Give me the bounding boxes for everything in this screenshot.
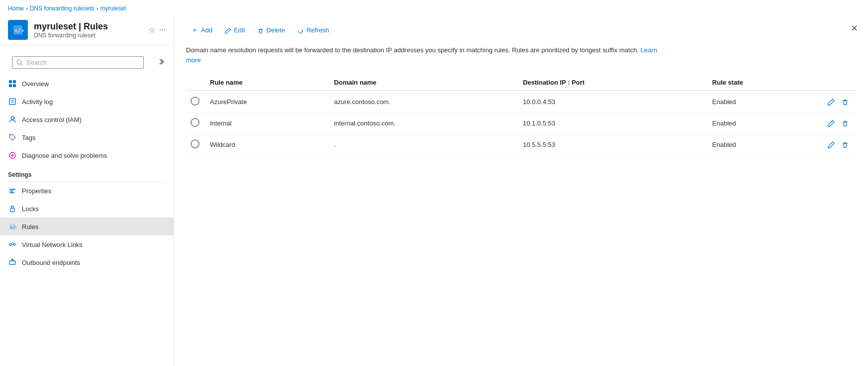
radio-button-1[interactable] (191, 97, 199, 106)
col-header-select (186, 75, 206, 91)
sidebar-label-overview: Overview (22, 80, 49, 88)
resource-title-block: myruleset | Rules DNS forwarding ruleset (34, 21, 142, 39)
svg-point-24 (13, 244, 15, 245)
breadcrumb-dns-forwarding[interactable]: DNS forwarding rulesets (30, 5, 95, 12)
row-actions-2 (816, 113, 856, 134)
sidebar-label-locks: Locks (22, 205, 39, 213)
delete-row-1-button[interactable] (840, 96, 850, 107)
header-actions: ☆ ··· (148, 25, 166, 35)
svg-rect-20 (10, 208, 14, 212)
row-actions-1 (816, 91, 856, 113)
svg-rect-17 (9, 189, 15, 190)
rule-name-3: Wildcard (206, 134, 330, 155)
domain-name-3: . (330, 134, 519, 155)
info-text: Domain name resolution requests will be … (186, 45, 664, 65)
delete-row-3-button[interactable] (840, 139, 850, 150)
sidebar-label-outbound-endpoints: Outbound endpoints (22, 259, 80, 266)
breadcrumb-myruleset[interactable]: myruleset (100, 5, 126, 12)
edit-row-2-button[interactable] (826, 118, 836, 128)
domain-name-1: azure.contoso.com. (330, 91, 519, 113)
sidebar-item-outbound-endpoints[interactable]: Outbound endpoints (0, 253, 174, 271)
sidebar-item-overview[interactable]: Overview (0, 75, 174, 93)
collapse-sidebar-button[interactable] (156, 55, 170, 69)
search-icon (16, 59, 23, 66)
locks-icon (8, 204, 17, 213)
sidebar-label-rules: Rules (22, 223, 38, 231)
edit-label: Edit (234, 26, 245, 34)
col-header-actions (816, 75, 856, 91)
col-header-rule-name: Rule name (206, 75, 330, 91)
row-actions-3 (816, 134, 856, 155)
svg-rect-27 (9, 261, 15, 264)
delete-icon (257, 26, 264, 34)
table-row: AzurePrivate azure.contoso.com. 10.0.0.4… (186, 91, 856, 113)
rule-state-3: Enabled (708, 134, 816, 155)
search-box[interactable] (12, 56, 144, 69)
svg-rect-7 (13, 84, 16, 87)
svg-line-3 (21, 64, 22, 65)
sidebar-item-locks[interactable]: Locks (0, 200, 174, 218)
add-button[interactable]: ＋ Add (186, 23, 217, 37)
table-row: Wildcard . 10.5.5.5:53 Enabled (186, 134, 856, 155)
edit-row-3-button[interactable] (826, 139, 836, 150)
svg-rect-4 (9, 80, 12, 83)
sidebar-label-properties: Properties (22, 187, 51, 195)
sidebar: </> myruleset | Rules DNS forwarding rul… (0, 15, 174, 366)
dest-ip-3: 10.5.5.5:53 (519, 134, 708, 155)
overview-icon (8, 79, 17, 88)
sidebar-item-rules[interactable]: </> Rules (0, 218, 174, 236)
row-radio-2[interactable] (186, 113, 206, 134)
delete-button[interactable]: Delete (252, 23, 290, 37)
sidebar-item-properties[interactable]: Properties (0, 182, 174, 200)
toolbar: ＋ Add Edit Delet (186, 23, 856, 37)
sidebar-item-vnet-links[interactable]: Virtual Network Links (0, 236, 174, 253)
refresh-button[interactable]: Refresh (292, 23, 334, 37)
add-icon: ＋ (191, 25, 198, 35)
radio-button-3[interactable] (191, 139, 199, 148)
close-button[interactable]: ✕ (849, 21, 860, 36)
sidebar-item-diagnose[interactable]: Diagnose and solve problems (0, 146, 174, 164)
col-header-rule-state: Rule state (708, 75, 816, 91)
favorite-star-icon[interactable]: ☆ (148, 25, 155, 35)
svg-rect-31 (844, 101, 847, 105)
svg-rect-8 (9, 99, 15, 105)
edit-row-1-button[interactable] (826, 96, 836, 107)
svg-point-2 (17, 60, 21, 64)
activity-log-icon (8, 97, 17, 106)
svg-point-12 (13, 117, 15, 119)
breadcrumb: Home › DNS forwarding rulesets › myrules… (0, 0, 868, 15)
svg-rect-29 (259, 29, 262, 33)
rule-name-2: Internal (206, 113, 330, 134)
sidebar-label-vnet-links: Virtual Network Links (22, 241, 83, 248)
delete-row-2-button[interactable] (840, 118, 850, 128)
search-input[interactable] (26, 59, 139, 66)
breadcrumb-sep-1: › (26, 5, 28, 11)
rule-name-1: AzurePrivate (206, 91, 330, 113)
properties-icon (8, 186, 17, 195)
breadcrumb-sep-2: › (96, 5, 98, 11)
settings-section-label: Settings (0, 164, 174, 181)
svg-rect-19 (9, 192, 14, 193)
refresh-label: Refresh (306, 26, 329, 34)
row-radio-1[interactable] (186, 91, 206, 113)
dest-ip-2: 10.1.0.5:53 (519, 113, 708, 134)
sidebar-item-iam[interactable]: Access control (IAM) (0, 111, 174, 128)
diagnose-icon (8, 151, 17, 160)
edit-button[interactable]: Edit (219, 23, 250, 37)
radio-button-2[interactable] (191, 118, 199, 127)
vnet-links-icon (8, 240, 17, 249)
outbound-icon (8, 258, 17, 267)
rule-state-2: Enabled (708, 113, 816, 134)
resource-subtitle: DNS forwarding ruleset (34, 32, 142, 39)
sidebar-item-tags[interactable]: Tags (0, 128, 174, 146)
svg-rect-33 (844, 122, 847, 126)
row-radio-3[interactable] (186, 134, 206, 155)
dns-ruleset-icon: </> (8, 20, 28, 40)
breadcrumb-home[interactable]: Home (8, 5, 24, 12)
rules-table: Rule name Domain name Destination IP : P… (186, 75, 856, 155)
more-options-icon[interactable]: ··· (159, 25, 166, 34)
iam-icon (8, 115, 17, 124)
svg-point-13 (10, 135, 11, 136)
add-label: Add (201, 26, 212, 34)
sidebar-item-activity-log[interactable]: Activity log (0, 93, 174, 111)
